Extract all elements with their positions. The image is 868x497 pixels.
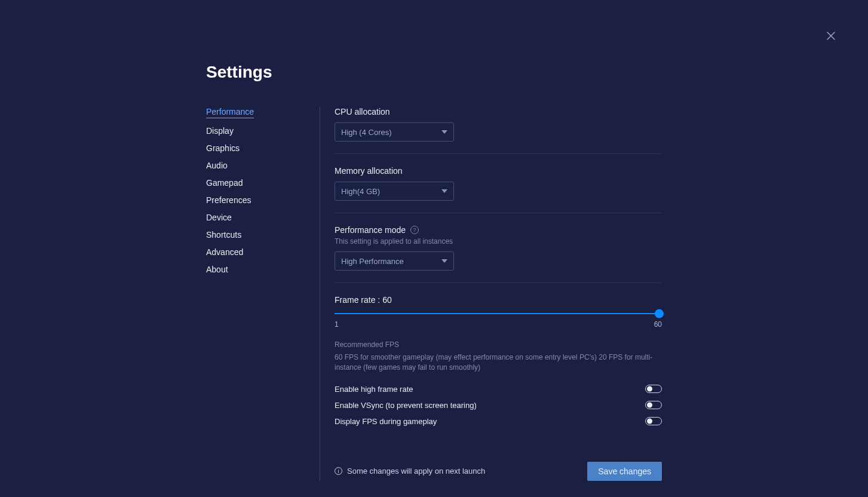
info-icon: i xyxy=(335,467,342,475)
memory-allocation-value: High(4 GB) xyxy=(341,187,380,196)
svg-marker-2 xyxy=(441,130,447,134)
sidebar-item-about[interactable]: About xyxy=(206,265,228,274)
display-fps-label: Display FPS during gameplay xyxy=(335,417,437,426)
enable-high-frame-rate-toggle[interactable] xyxy=(645,385,662,393)
sidebar-item-advanced[interactable]: Advanced xyxy=(206,247,243,257)
memory-allocation-select[interactable]: High(4 GB) xyxy=(335,182,454,201)
frame-rate-max: 60 xyxy=(654,320,662,329)
memory-allocation-label: Memory allocation xyxy=(335,166,662,176)
footer-note: i Some changes will apply on next launch xyxy=(335,467,485,475)
chevron-down-icon xyxy=(441,186,447,197)
recommended-fps-title: Recommended FPS xyxy=(335,340,662,349)
enable-high-frame-rate-label: Enable high frame rate xyxy=(335,385,413,394)
sidebar-item-audio[interactable]: Audio xyxy=(206,161,228,170)
cpu-allocation-value: High (4 Cores) xyxy=(341,128,392,137)
vertical-divider xyxy=(320,107,320,481)
enable-vsync-toggle[interactable] xyxy=(645,401,662,409)
footer-note-text: Some changes will apply on next launch xyxy=(347,467,485,475)
settings-sidebar: Performance Display Graphics Audio Gamep… xyxy=(206,107,320,481)
frame-rate-min: 1 xyxy=(335,320,339,329)
settings-main: CPU allocation High (4 Cores) Memory all… xyxy=(335,107,662,481)
close-button[interactable] xyxy=(824,30,838,44)
frame-rate-slider-knob[interactable] xyxy=(655,309,664,318)
save-changes-button[interactable]: Save changes xyxy=(587,462,662,481)
sidebar-item-device[interactable]: Device xyxy=(206,213,232,222)
svg-marker-3 xyxy=(441,189,447,193)
sidebar-item-display[interactable]: Display xyxy=(206,126,234,136)
svg-marker-4 xyxy=(441,259,447,263)
chevron-down-icon xyxy=(441,256,447,266)
performance-mode-label-text: Performance mode xyxy=(335,225,406,235)
sidebar-item-performance[interactable]: Performance xyxy=(206,107,254,118)
chevron-down-icon xyxy=(441,127,447,137)
sidebar-item-graphics[interactable]: Graphics xyxy=(206,143,240,153)
performance-mode-select[interactable]: High Performance xyxy=(335,251,454,271)
recommended-fps-body: 60 FPS for smoother gameplay (may effect… xyxy=(335,352,662,373)
performance-mode-subtext: This setting is applied to all instances xyxy=(335,237,662,246)
sidebar-item-gamepad[interactable]: Gamepad xyxy=(206,178,243,188)
performance-mode-label: Performance mode ? xyxy=(335,225,662,235)
frame-rate-slider[interactable] xyxy=(335,313,662,314)
display-fps-toggle[interactable] xyxy=(645,417,662,425)
frame-rate-label: Frame rate : 60 xyxy=(335,295,662,305)
close-icon xyxy=(826,31,836,43)
enable-vsync-label: Enable VSync (to prevent screen tearing) xyxy=(335,401,477,410)
page-title: Settings xyxy=(206,63,662,82)
cpu-allocation-select[interactable]: High (4 Cores) xyxy=(335,122,454,142)
performance-mode-value: High Performance xyxy=(341,257,404,266)
sidebar-item-preferences[interactable]: Preferences xyxy=(206,195,251,205)
cpu-allocation-label: CPU allocation xyxy=(335,107,662,116)
help-icon[interactable]: ? xyxy=(410,226,419,234)
sidebar-item-shortcuts[interactable]: Shortcuts xyxy=(206,230,241,240)
